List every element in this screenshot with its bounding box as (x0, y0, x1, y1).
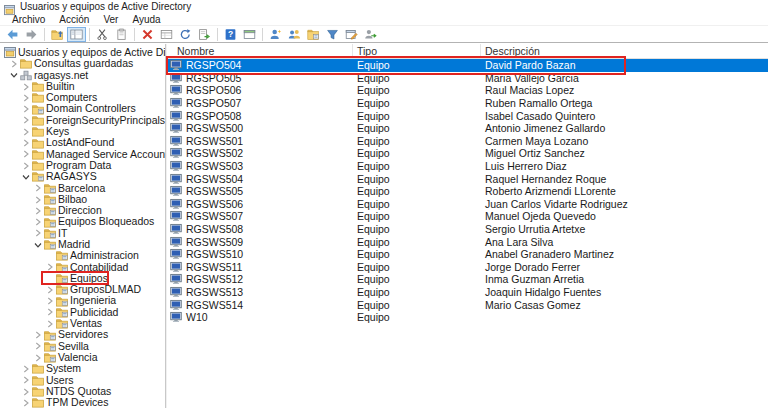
list-row-rgsws504[interactable]: RGSWS504EquipoRaquel Hernandez Roque (167, 172, 768, 185)
new-group-icon[interactable] (285, 27, 304, 42)
column-header-nombre[interactable]: Nombre (167, 44, 353, 58)
edit-properties-icon[interactable] (342, 27, 361, 42)
delete-icon[interactable] (138, 27, 157, 42)
cell-name: RGSPO508 (167, 109, 353, 122)
chevron-right-icon[interactable] (32, 183, 44, 194)
tree-item-system[interactable]: System (0, 363, 165, 374)
chevron-down-icon[interactable] (20, 171, 32, 182)
cell-type: Equipo (353, 59, 481, 72)
choose-target-icon[interactable] (361, 27, 380, 42)
chevron-right-icon[interactable] (20, 115, 32, 126)
cell-description: Luis Herrero Diaz (481, 160, 768, 173)
chevron-right-icon[interactable] (20, 81, 32, 92)
tree-item-valencia[interactable]: Valencia (0, 352, 165, 363)
chevron-right-icon[interactable] (32, 341, 44, 352)
list-row-rgspo507[interactable]: RGSPO507EquipoRuben Ramallo Ortega (167, 97, 768, 110)
list-row-rgsws513[interactable]: RGSWS513EquipoJoaquin Hidalgo Fuentes (167, 286, 768, 299)
list-row-rgsws501[interactable]: RGSWS501EquipoCarmen Maya Lozano (167, 135, 768, 148)
help-icon[interactable]: ? (221, 27, 240, 42)
tree-item-consultas-guardadas[interactable]: Consultas guardadas (0, 58, 165, 69)
export-list-icon[interactable] (195, 27, 214, 42)
list-row-w10[interactable]: W10Equipo (167, 311, 768, 324)
tree-item-tpm-devices[interactable]: TPM Devices (0, 397, 165, 408)
properties-list-icon[interactable] (157, 27, 176, 42)
new-ou-icon[interactable] (304, 27, 323, 42)
list-row-rgsws514[interactable]: RGSWS514EquipoMario Casas Gomez (167, 298, 768, 311)
chevron-right-icon[interactable] (20, 397, 32, 408)
tree-item-foreignsecurityprincipals[interactable]: ForeignSecurityPrincipals (0, 115, 165, 126)
list-row-rgsws507[interactable]: RGSWS507EquipoManuel Ojeda Quevedo (167, 210, 768, 223)
tree-item-administracion[interactable]: Administracion (0, 250, 165, 261)
refresh-icon[interactable] (176, 27, 195, 42)
tree-item-ragasys-net[interactable]: ragasys.net (0, 70, 165, 81)
menu-acci-n[interactable]: Acción (52, 14, 96, 25)
list-row-rgsws503[interactable]: RGSWS503EquipoLuis Herrero Diaz (167, 160, 768, 173)
show-window-icon[interactable] (240, 27, 259, 42)
ou-icon (32, 171, 45, 182)
chevron-right-icon[interactable] (32, 330, 44, 341)
menu-ayuda[interactable]: Ayuda (125, 14, 167, 25)
list-row-rgspo508[interactable]: RGSPO508EquipoIsabel Casado Quintero (167, 109, 768, 122)
cell-type: Equipo (353, 97, 481, 110)
chevron-right-icon[interactable] (8, 58, 20, 69)
list-row-rgsws505[interactable]: RGSWS505EquipoRoberto Arizmendi LLorente (167, 185, 768, 198)
chevron-right-icon[interactable] (20, 104, 32, 115)
tree-item-lostandfound[interactable]: LostAndFound (0, 137, 165, 148)
show-console-tree-icon[interactable] (67, 27, 86, 42)
ou-icon (32, 104, 45, 115)
paste-icon[interactable] (112, 27, 131, 42)
cell-description: Carmen Maya Lozano (481, 135, 768, 148)
list-row-rgsws508[interactable]: RGSWS508EquipoSergio Urrutia Artetxe (167, 223, 768, 236)
column-header-descripci-n[interactable]: Descripción (481, 44, 768, 58)
chevron-right-icon[interactable] (44, 318, 56, 329)
chevron-right-icon[interactable] (20, 386, 32, 397)
list-row-rgsws502[interactable]: RGSWS502EquipoMiguel Ortiz Sanchez (167, 147, 768, 160)
chevron-down-icon[interactable] (8, 70, 20, 81)
cell-description: Antonio Jimenez Gallardo (481, 122, 768, 135)
chevron-right-icon[interactable] (44, 307, 56, 318)
list-row-rgsws500[interactable]: RGSWS500EquipoAntonio Jimenez Gallardo (167, 122, 768, 135)
chevron-right-icon[interactable] (20, 92, 32, 103)
list-row-rgsws510[interactable]: RGSWS510EquipoAnabel Granadero Martinez (167, 248, 768, 261)
chevron-right-icon[interactable] (32, 194, 44, 205)
back-icon[interactable] (3, 27, 22, 42)
menu-ver[interactable]: Ver (96, 14, 125, 25)
cell-description: Ana Lara Silva (481, 235, 768, 248)
cell-type: Equipo (353, 248, 481, 261)
forward-icon[interactable] (22, 27, 41, 42)
chevron-right-icon[interactable] (44, 284, 56, 295)
chevron-right-icon[interactable] (20, 138, 32, 149)
chevron-right-icon[interactable] (20, 160, 32, 171)
list-row-rgsws511[interactable]: RGSWS511EquipoJorge Dorado Ferrer (167, 261, 768, 274)
list-row-rgspo504[interactable]: RGSPO504EquipoDavid Pardo Bazan (167, 59, 768, 72)
chevron-right-icon[interactable] (20, 375, 32, 386)
chevron-right-icon[interactable] (32, 205, 44, 216)
up-level-icon[interactable] (48, 27, 67, 42)
list-row-rgspo506[interactable]: RGSPO506EquipoRaul Macias Lopez (167, 84, 768, 97)
list-row-rgsws506[interactable]: RGSWS506EquipoJuan Carlos Vidarte Rodrig… (167, 198, 768, 211)
chevron-down-icon[interactable] (32, 239, 44, 250)
chevron-right-icon[interactable] (44, 296, 56, 307)
chevron-right-icon[interactable] (20, 363, 32, 374)
list-row-rgsws509[interactable]: RGSWS509EquipoAna Lara Silva (167, 235, 768, 248)
list-row-rgsws512[interactable]: RGSWS512EquipoInma Guzman Arretia (167, 273, 768, 286)
chevron-right-icon[interactable] (32, 228, 44, 239)
list-row-rgspo505[interactable]: RGSPO505EquipoMaria Vallejo Garcia (167, 72, 768, 85)
chevron-right-icon[interactable] (32, 352, 44, 363)
chevron-right-icon[interactable] (44, 262, 56, 273)
cell-description: Raquel Hernandez Roque (481, 172, 768, 185)
cell-name: RGSPO507 (167, 97, 353, 110)
menu-archivo[interactable]: Archivo (5, 14, 52, 25)
chevron-right-icon[interactable] (20, 126, 32, 137)
tree-item-ragasys[interactable]: RAGASYS (0, 171, 165, 182)
chevron-right-icon[interactable] (32, 217, 44, 228)
chevron-right-icon[interactable] (20, 149, 32, 160)
domain-icon (20, 70, 33, 81)
cell-type: Equipo (353, 298, 481, 311)
column-header-tipo[interactable]: Tipo (353, 44, 481, 58)
new-user-icon[interactable] (266, 27, 285, 42)
cut-icon[interactable] (93, 27, 112, 42)
cell-type: Equipo (353, 72, 481, 85)
tree-item-equipos-bloqueados[interactable]: Equipos Bloqueados (0, 216, 165, 227)
filter-icon[interactable] (323, 27, 342, 42)
